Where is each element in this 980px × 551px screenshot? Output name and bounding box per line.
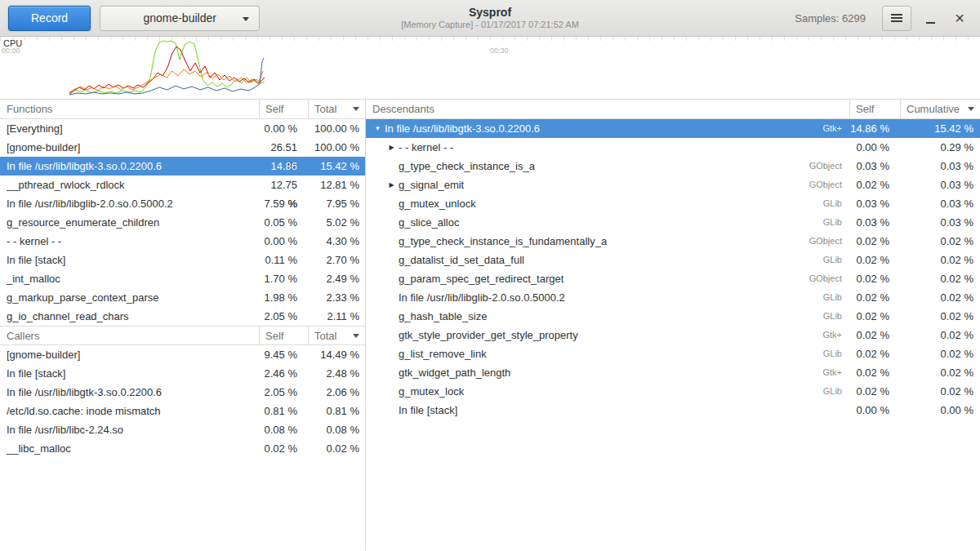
functions-column-header[interactable]: Functions <box>0 100 259 118</box>
self-value: 2.46 % <box>259 364 308 383</box>
table-row[interactable]: __pthread_rwlock_rdlock 12.75 % 12.81 % <box>0 176 365 194</box>
table-row[interactable]: g_type_check_instance_is_a GObject 0.03 … <box>366 157 980 176</box>
table-row[interactable]: In file /usr/lib/libglib-2.0.so.0.5000.2… <box>366 288 980 307</box>
descendant-name: gtk_style_provider_get_style_property <box>399 326 578 344</box>
functions-header: Functions Self Total <box>0 100 365 119</box>
self-value: 0.02 % <box>849 307 900 326</box>
table-row[interactable]: [gnome-builder] 9.45 % 14.49 % <box>0 345 365 364</box>
expander-icon[interactable]: ▼ <box>371 119 385 138</box>
minimize-button[interactable] <box>920 6 941 31</box>
table-row[interactable]: In file [stack] 0.11 % 2.70 % <box>0 251 365 269</box>
sort-descending-icon <box>353 107 359 111</box>
self-value: 2.05 % <box>259 307 308 326</box>
table-row[interactable]: g_datalist_id_set_data_full GLib 0.02 % … <box>366 251 980 269</box>
expander-icon[interactable]: ▶ <box>385 176 399 194</box>
self-value: 0.02 % <box>849 232 900 251</box>
caller-name: In file /usr/lib/libgtk-3.so.0.2200.6 <box>0 383 259 402</box>
minimize-icon <box>926 22 935 24</box>
table-row[interactable]: ▶ - - kernel - - 0.00 % 0.29 % <box>366 138 980 157</box>
self-value: 0.03 % <box>849 194 900 213</box>
caller-name: In file [stack] <box>0 364 259 383</box>
table-row[interactable]: gtk_widget_path_length Gtk+ 0.02 % 0.02 … <box>366 363 980 382</box>
table-row[interactable]: /etc/ld.so.cache: inode mismatch 0.81 % … <box>0 402 365 420</box>
sort-descending-icon <box>968 107 974 111</box>
table-row[interactable]: In file [stack] 2.46 % 2.48 % <box>0 364 365 383</box>
profile-dropdown-label: gnome-builder <box>143 11 216 24</box>
self-value: 14.86 % <box>849 119 900 138</box>
table-row[interactable]: g_param_spec_get_redirect_target GObject… <box>366 269 980 288</box>
callers-self-column-header[interactable]: Self <box>259 327 308 344</box>
self-value: 0.05 % <box>259 213 308 232</box>
table-row[interactable]: ▼ In file /usr/lib/libgtk-3.so.0.2200.6 … <box>366 119 980 138</box>
self-value: 12.75 % <box>259 176 308 194</box>
descendant-name: g_param_spec_get_redirect_target <box>399 269 564 288</box>
capture-subtitle: [Memory Capture] - 01/17/2017 07:21:52 A… <box>401 20 579 30</box>
total-value: 2.11 % <box>308 307 365 326</box>
cumulative-value: 0.02 % <box>900 232 980 251</box>
table-row[interactable]: - - kernel - - 0.00 % 4.30 % <box>0 232 365 251</box>
left-pane: Functions Self Total [Everything] 0.00 %… <box>0 100 366 550</box>
table-row[interactable]: In file /usr/lib/libglib-2.0.so.0.5000.2… <box>0 194 365 213</box>
caller-name: [gnome-builder] <box>0 345 259 364</box>
expander-icon[interactable]: ▶ <box>385 138 399 157</box>
table-row[interactable]: ▶ g_signal_emit GObject 0.02 % 0.03 % <box>366 176 980 194</box>
cumulative-value: 0.02 % <box>900 251 980 269</box>
table-row[interactable]: g_list_remove_link GLib 0.02 % 0.02 % <box>366 344 980 363</box>
function-name: - - kernel - - <box>0 232 259 251</box>
table-row[interactable]: g_slice_alloc GLib 0.03 % 0.03 % <box>366 213 980 232</box>
window-title-block: Sysprof [Memory Capture] - 01/17/2017 07… <box>401 6 579 30</box>
table-row[interactable]: g_io_channel_read_chars 2.05 % 2.11 % <box>0 307 365 326</box>
table-row[interactable]: g_resource_enumerate_children 0.05 % 5.0… <box>0 213 365 232</box>
table-row[interactable]: g_hash_table_size GLib 0.02 % 0.02 % <box>366 307 980 326</box>
cumulative-value: 0.03 % <box>900 157 980 176</box>
table-row[interactable]: In file /usr/lib/libgtk-3.so.0.2200.6 14… <box>0 157 365 176</box>
table-row[interactable]: g_type_check_instance_is_fundamentally_a… <box>366 232 980 251</box>
table-row[interactable]: _int_malloc 1.70 % 2.49 % <box>0 269 365 288</box>
table-row[interactable]: g_mutex_unlock GLib 0.03 % 0.03 % <box>366 194 980 213</box>
functions-table: [Everything] 0.00 % 100.00 % [gnome-buil… <box>0 119 365 326</box>
table-row[interactable]: g_markup_parse_context_parse 1.98 % 2.33… <box>0 288 365 307</box>
self-value: 0.02 % <box>849 251 900 269</box>
close-button[interactable]: × <box>947 6 972 31</box>
table-row[interactable]: In file /usr/lib/libgtk-3.so.0.2200.6 2.… <box>0 383 365 402</box>
table-row[interactable]: [gnome-builder] 26.51 % 100.00 % <box>0 138 365 157</box>
library-badge: Gtk+ <box>816 119 849 138</box>
function-name: _int_malloc <box>0 269 259 288</box>
menu-button[interactable] <box>882 6 911 31</box>
function-name: [Everything] <box>0 119 259 138</box>
total-value: 100.00 % <box>308 138 365 157</box>
descendants-cumulative-column-header[interactable]: Cumulative <box>900 100 980 118</box>
time-label-start: 00:00 <box>2 47 20 55</box>
descendants-column-header[interactable]: Descendants <box>366 100 849 118</box>
self-value: 0.03 % <box>849 213 900 232</box>
functions-total-column-header[interactable]: Total <box>308 100 365 118</box>
self-value: 0.02 % <box>849 363 900 382</box>
library-badge: GLib <box>817 251 849 269</box>
callers-total-column-header[interactable]: Total <box>308 327 365 344</box>
functions-self-column-header[interactable]: Self <box>259 100 308 118</box>
table-row[interactable]: __libc_malloc 0.02 % 0.02 % <box>0 439 365 458</box>
table-row[interactable]: In file [stack] 0.00 % 0.00 % <box>366 401 980 420</box>
descendants-self-column-header[interactable]: Self <box>849 100 900 118</box>
library-badge: Gtk+ <box>816 363 849 382</box>
self-value: 0.00 % <box>849 138 900 157</box>
callers-column-header[interactable]: Callers <box>0 327 259 344</box>
total-value: 14.49 % <box>308 345 365 364</box>
table-row[interactable]: gtk_style_provider_get_style_property Gt… <box>366 326 980 344</box>
profile-dropdown[interactable]: gnome-builder <box>100 6 260 31</box>
descendant-name: g_mutex_unlock <box>399 194 476 213</box>
cpu-timeline[interactable]: CPU 00:00 00:30 <box>0 37 980 99</box>
table-row[interactable]: In file /usr/lib/libc-2.24.so 0.08 % 0.0… <box>0 420 365 439</box>
self-value: 0.00 % <box>259 232 308 251</box>
table-row[interactable]: [Everything] 0.00 % 100.00 % <box>0 119 365 138</box>
cumulative-value: 0.02 % <box>900 269 980 288</box>
cumulative-value: 0.02 % <box>900 344 980 363</box>
function-name: g_io_channel_read_chars <box>0 307 259 326</box>
record-button[interactable]: Record <box>8 6 91 31</box>
callers-table: [gnome-builder] 9.45 % 14.49 % In file [… <box>0 345 365 458</box>
cumulative-value: 0.29 % <box>900 138 980 157</box>
self-value: 0.02 % <box>259 439 308 458</box>
descendant-name: - - kernel - - <box>399 138 453 157</box>
table-row[interactable]: g_mutex_lock GLib 0.02 % 0.02 % <box>366 382 980 401</box>
library-badge: GObject <box>803 232 849 251</box>
